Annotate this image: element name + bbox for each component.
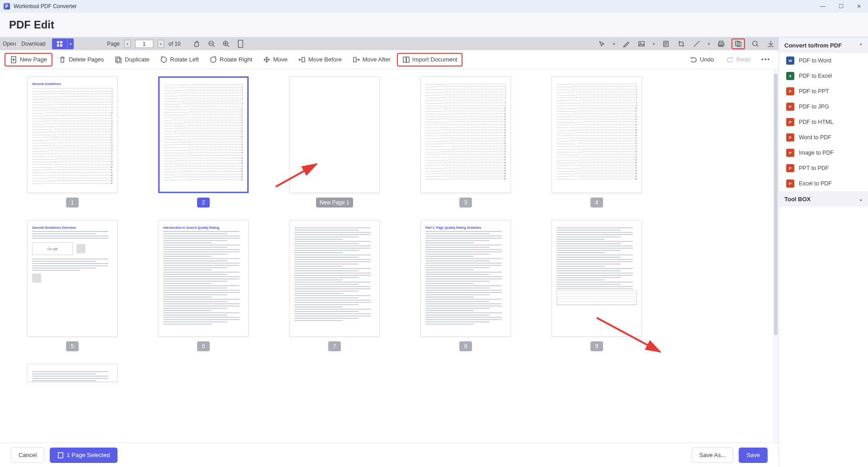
image-tool-icon[interactable] (637, 39, 646, 49)
open-button[interactable]: Open (3, 41, 16, 47)
zoom-out-icon[interactable] (207, 39, 217, 49)
sidebar-item[interactable]: PWord to PDF (779, 130, 868, 145)
thumbnail[interactable]: ​–​–​–​–​–​–​–​–​–​–​–​–​–​–​–​–​–​–1​–​… (552, 76, 642, 208)
image-tool-dropdown[interactable]: ▼ (652, 42, 656, 46)
grid-view-dropdown[interactable]: ▼ (67, 38, 74, 49)
toolbox-section-header[interactable]: Tool BOX ⌄ (779, 191, 868, 207)
page-thumbnail[interactable] (27, 364, 118, 382)
page-thumbnail[interactable]: ​–​–​–​–​–​–​–​–​–​–​–​–​–​–​–​–​–​–​–​–… (420, 76, 511, 193)
hand-tool-icon[interactable] (192, 39, 202, 49)
page-thumbnail[interactable] (289, 76, 380, 193)
move-after-icon (353, 56, 360, 63)
rotate-right-button[interactable]: Rotate Right (205, 53, 257, 66)
page-next-button[interactable]: › (158, 40, 164, 48)
vertical-scrollbar[interactable] (773, 69, 778, 443)
chevron-up-icon: ⌃ (859, 43, 863, 48)
sidebar-item[interactable]: PPPT to PDF (779, 160, 868, 176)
page-thumbnail[interactable]: General Guidelines OverviewGoogle (27, 220, 118, 337)
page-thumbnail[interactable] (552, 220, 642, 337)
download-button[interactable]: Download (21, 41, 45, 47)
thumbnail[interactable] (27, 364, 118, 382)
zoom-in-icon[interactable] (221, 39, 231, 49)
rotate-left-icon (160, 56, 167, 63)
more-button[interactable]: ••• (759, 53, 773, 66)
sidebar-item[interactable]: PExcel to PDF (779, 176, 868, 191)
close-button[interactable]: ✕ (850, 0, 868, 13)
redo-button[interactable]: Redo (722, 53, 755, 66)
sidebar-item-label: PDF to HTML (799, 119, 833, 125)
crop-tool-icon[interactable] (676, 39, 686, 49)
move-before-icon (298, 56, 306, 63)
thumbnail[interactable]: 9 (552, 220, 642, 351)
page-thumbnail[interactable]: Part 1: Page Quality Rating Guideline (420, 220, 511, 337)
file-type-icon: P (786, 133, 794, 142)
convert-section-header[interactable]: Convert to/from PDF ⌃ (779, 38, 868, 53)
file-type-icon: P (786, 179, 794, 188)
page-number-badge: 7 (328, 341, 341, 351)
thumbnail[interactable]: General Guidelines OverviewGoogle5 (27, 220, 118, 351)
duplicate-button[interactable]: Duplicate (110, 53, 154, 66)
selection-count-button[interactable]: 1 Page Selected (50, 448, 117, 463)
thumbnail[interactable]: Part 1: Page Quality Rating Guideline8 (420, 220, 511, 351)
rotate-left-button[interactable]: Rotate Left (156, 53, 203, 66)
chevron-down-icon: ⌄ (859, 197, 863, 202)
sidebar-item-label: Image to PDF (799, 150, 834, 156)
move-before-button[interactable]: Move Before (294, 53, 346, 66)
export-icon[interactable] (766, 39, 776, 49)
move-button[interactable]: Move (259, 53, 292, 66)
sidebar-item[interactable]: PImage to PDF (779, 145, 868, 160)
page-number-badge: 6 (197, 341, 210, 351)
page-number-input[interactable] (135, 40, 153, 48)
move-icon (263, 56, 270, 63)
sidebar-item[interactable]: WPDF to Word (779, 53, 868, 68)
footer: Cancel 1 Page Selected Save As... Save (0, 443, 778, 467)
page-title: PDF Edit (9, 19, 54, 31)
print-icon[interactable] (716, 39, 726, 49)
search-icon[interactable] (750, 39, 760, 49)
sidebar-item[interactable]: PPDF to PPT (779, 84, 868, 99)
more-icon: ••• (761, 56, 770, 63)
svg-rect-17 (116, 57, 120, 62)
svg-rect-18 (117, 58, 121, 63)
edit-toolbar: New Page Delete Pages Duplicate Rotate L… (0, 50, 778, 69)
sidebar-item[interactable]: XPDF to Excel (779, 68, 868, 84)
select-tool-dropdown[interactable]: ▼ (612, 42, 616, 46)
line-tool-icon[interactable] (692, 39, 702, 49)
grid-view-button[interactable] (52, 38, 67, 49)
thumbnail[interactable]: General Guidelines​–​–​–​–​–​–​–​–​–​–​–… (27, 76, 118, 208)
sidebar-item[interactable]: PPDF to HTML (779, 114, 868, 130)
save-as-button[interactable]: Save As... (692, 448, 734, 463)
page-thumbnail[interactable]: ​–​–​–​–​–​–​–​–​–​–​–​–​–​–​–​–​–​–1​–​… (552, 76, 642, 193)
thumbnail[interactable]: Introduction to Search Quality Rating6 (158, 220, 249, 351)
svg-rect-3 (60, 44, 62, 47)
page-thumbnail[interactable]: ​–​–​–​–​–​–​–​–​–​–​–​–​–​–​–​–​–​–​–​–… (158, 76, 249, 193)
cancel-button[interactable]: Cancel (11, 448, 44, 463)
move-after-button[interactable]: Move After (348, 53, 395, 66)
page-number-badge: 2 (197, 198, 210, 208)
side-panel: Convert to/from PDF ⌃ WPDF to WordXPDF t… (778, 37, 868, 467)
select-tool-icon[interactable] (597, 39, 607, 49)
highlight-tool-icon[interactable] (621, 39, 631, 49)
maximize-button[interactable]: ☐ (832, 0, 850, 13)
page-thumbnail[interactable] (289, 220, 380, 337)
thumbnail[interactable]: New Page 1 (289, 76, 380, 208)
thumbnail[interactable]: ​–​–​–​–​–​–​–​–​–​–​–​–​–​–​–​–​–​–​–​–… (158, 76, 249, 208)
page-thumbnail[interactable]: Introduction to Search Quality Rating (158, 220, 249, 337)
fit-page-icon[interactable] (236, 39, 245, 49)
delete-pages-button[interactable]: Delete Pages (54, 53, 108, 66)
page-thumbnail[interactable]: General Guidelines​–​–​–​–​–​–​–​–​–​–​–… (27, 76, 118, 193)
page-organize-icon[interactable] (731, 38, 745, 49)
thumbnail[interactable]: ​–​–​–​–​–​–​–​–​–​–​–​–​–​–​–​–​–​–​–​–… (420, 76, 511, 208)
import-document-button[interactable]: Import Document (397, 53, 463, 66)
save-button[interactable]: Save (739, 448, 768, 463)
sidebar-item-label: PDF to Excel (799, 73, 832, 79)
thumbnail[interactable]: 7 (289, 220, 380, 351)
minimize-button[interactable]: — (814, 0, 832, 13)
page-number-badge: 8 (459, 341, 472, 351)
sidebar-item[interactable]: PPDF to JPG (779, 99, 868, 114)
page-prev-button[interactable]: ‹ (124, 40, 131, 48)
note-tool-icon[interactable] (661, 39, 671, 49)
new-page-button[interactable]: New Page (5, 53, 52, 66)
line-tool-dropdown[interactable]: ▼ (707, 42, 711, 46)
undo-button[interactable]: Undo (685, 53, 718, 66)
